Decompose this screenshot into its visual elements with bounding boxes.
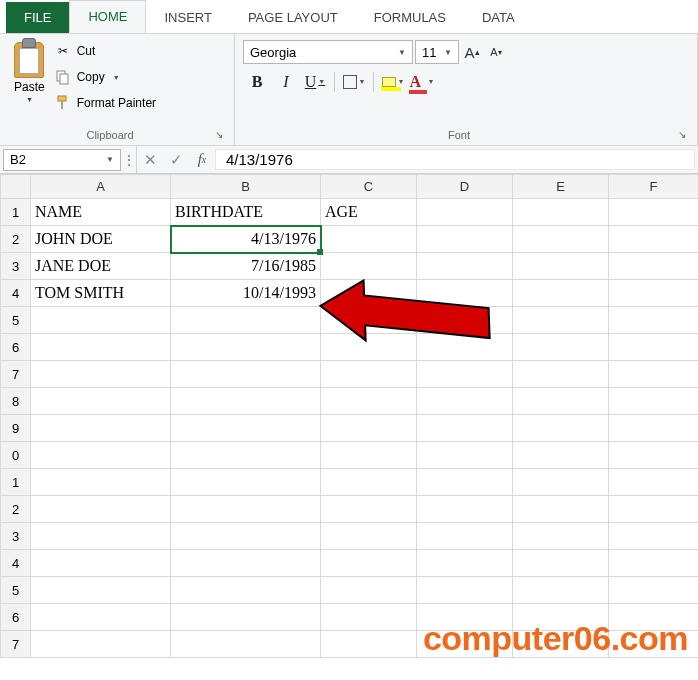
col-header-A[interactable]: A <box>31 175 171 199</box>
fx-icon[interactable]: fx <box>189 146 215 173</box>
tab-insert[interactable]: INSERT <box>146 2 229 33</box>
cell[interactable] <box>31 496 171 523</box>
cell[interactable] <box>321 307 417 334</box>
cell[interactable] <box>609 334 699 361</box>
cell[interactable] <box>321 415 417 442</box>
cell-A3[interactable]: JANE DOE <box>31 253 171 280</box>
cell-A4[interactable]: TOM SMITH <box>31 280 171 307</box>
cell[interactable] <box>321 496 417 523</box>
row-header-14[interactable]: 4 <box>1 550 31 577</box>
cell-F2[interactable] <box>609 226 699 253</box>
cell[interactable] <box>171 334 321 361</box>
cell[interactable] <box>31 361 171 388</box>
cell-E1[interactable] <box>513 199 609 226</box>
cell-F4[interactable] <box>609 280 699 307</box>
cell[interactable] <box>171 523 321 550</box>
formula-bar[interactable]: 4/13/1976 <box>215 149 695 170</box>
cell[interactable] <box>609 496 699 523</box>
cell[interactable] <box>171 361 321 388</box>
chevron-down-icon[interactable]: ▼ <box>318 78 325 86</box>
cell[interactable] <box>609 307 699 334</box>
cell[interactable] <box>31 442 171 469</box>
cell[interactable] <box>513 523 609 550</box>
cell[interactable] <box>321 550 417 577</box>
cell[interactable] <box>513 550 609 577</box>
cell[interactable] <box>513 388 609 415</box>
cell[interactable] <box>417 550 513 577</box>
cell-E4[interactable] <box>513 280 609 307</box>
cancel-formula-button[interactable]: ✕ <box>137 146 163 173</box>
cell[interactable] <box>609 577 699 604</box>
row-header-16[interactable]: 6 <box>1 604 31 631</box>
cell-D3[interactable] <box>417 253 513 280</box>
cell[interactable] <box>31 334 171 361</box>
increase-font-size-button[interactable]: A▴ <box>461 41 483 63</box>
enter-formula-button[interactable]: ✓ <box>163 146 189 173</box>
cell[interactable] <box>171 442 321 469</box>
font-name-dropdown[interactable]: Georgia ▼ <box>243 40 413 64</box>
cell[interactable] <box>417 307 513 334</box>
cell[interactable] <box>31 550 171 577</box>
chevron-down-icon[interactable]: ▼ <box>359 78 366 86</box>
cell[interactable] <box>417 415 513 442</box>
cell[interactable] <box>417 469 513 496</box>
cell[interactable] <box>321 604 417 631</box>
format-painter-button[interactable]: Format Painter <box>55 92 156 114</box>
row-header-5[interactable]: 5 <box>1 307 31 334</box>
chevron-down-icon[interactable]: ▼ <box>398 78 405 86</box>
cut-button[interactable]: ✂ Cut <box>55 40 156 62</box>
chevron-down-icon[interactable]: ▼ <box>113 74 120 81</box>
cell[interactable] <box>321 334 417 361</box>
cell[interactable] <box>321 523 417 550</box>
cell[interactable] <box>31 631 171 658</box>
cell[interactable] <box>417 334 513 361</box>
cell[interactable] <box>31 604 171 631</box>
decrease-font-size-button[interactable]: A▾ <box>485 41 507 63</box>
cell[interactable] <box>171 550 321 577</box>
chevron-down-icon[interactable]: ▼ <box>26 96 33 103</box>
cell[interactable] <box>513 415 609 442</box>
col-header-B[interactable]: B <box>171 175 321 199</box>
underline-button[interactable]: U▼ <box>301 70 329 94</box>
cell[interactable] <box>609 469 699 496</box>
cell[interactable] <box>31 523 171 550</box>
tab-home[interactable]: HOME <box>69 0 146 33</box>
row-header-3[interactable]: 3 <box>1 253 31 280</box>
cell[interactable] <box>321 442 417 469</box>
cell[interactable] <box>513 496 609 523</box>
cell[interactable] <box>171 469 321 496</box>
bold-button[interactable]: B <box>243 70 271 94</box>
cell-B2[interactable]: 4/13/1976 <box>171 226 321 253</box>
cell[interactable] <box>417 496 513 523</box>
cell[interactable] <box>609 388 699 415</box>
select-all-corner[interactable] <box>1 175 31 199</box>
row-header-12[interactable]: 2 <box>1 496 31 523</box>
cell-F1[interactable] <box>609 199 699 226</box>
cell[interactable] <box>513 442 609 469</box>
row-header-4[interactable]: 4 <box>1 280 31 307</box>
tab-page-layout[interactable]: PAGE LAYOUT <box>230 2 356 33</box>
cell[interactable] <box>513 361 609 388</box>
cell[interactable] <box>171 577 321 604</box>
clipboard-dialog-launcher[interactable]: ↘ <box>212 127 226 141</box>
cell[interactable] <box>513 334 609 361</box>
cell-F3[interactable] <box>609 253 699 280</box>
borders-button[interactable]: ▼ <box>340 70 368 94</box>
row-header-9[interactable]: 9 <box>1 415 31 442</box>
cell[interactable] <box>609 550 699 577</box>
row-header-8[interactable]: 8 <box>1 388 31 415</box>
row-header-1[interactable]: 1 <box>1 199 31 226</box>
cell-E2[interactable] <box>513 226 609 253</box>
tab-formulas[interactable]: FORMULAS <box>356 2 464 33</box>
font-color-button[interactable]: A▼ <box>408 70 436 94</box>
cell[interactable] <box>321 469 417 496</box>
col-header-C[interactable]: C <box>321 175 417 199</box>
row-header-11[interactable]: 1 <box>1 469 31 496</box>
copy-button[interactable]: Copy ▼ <box>55 66 156 88</box>
cell-A2[interactable]: JOHN DOE <box>31 226 171 253</box>
cell-C4[interactable] <box>321 280 417 307</box>
cell-A1[interactable]: NAME <box>31 199 171 226</box>
cell[interactable] <box>31 415 171 442</box>
cell[interactable] <box>31 469 171 496</box>
cell-B4[interactable]: 10/14/1993 <box>171 280 321 307</box>
